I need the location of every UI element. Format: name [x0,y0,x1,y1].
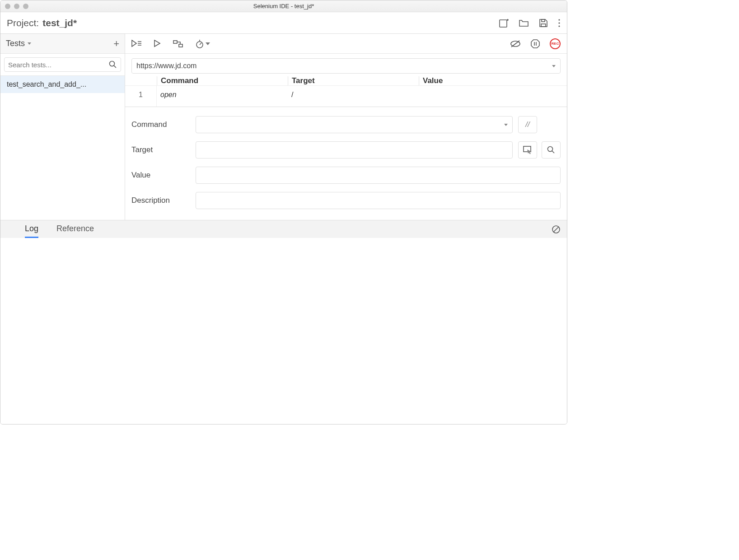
main-panel: REC Command Target Value 1open/2set wind… [125,34,567,220]
tests-dropdown[interactable]: Tests [6,39,31,48]
search-icon [109,61,117,69]
svg-line-29 [553,227,559,232]
svg-point-26 [548,147,553,152]
editor-description-input[interactable] [196,192,561,209]
chevron-down-icon[interactable] [504,124,508,126]
command-grid-body[interactable]: 1open/2set window size1280x7223mouse ove… [125,86,567,107]
svg-line-19 [200,43,201,45]
header-target: Target [288,76,419,85]
toggle-comment-button[interactable]: // [518,116,537,133]
tests-sidebar: Tests + test_search_and_add_... [0,34,125,220]
header-value: Value [419,76,567,85]
open-project-icon[interactable] [519,19,529,27]
row-command: open [157,91,288,99]
project-bar: Project: test_jd* [0,12,567,34]
clear-log-icon[interactable] [552,225,561,234]
project-label: Project: [7,18,39,28]
header-command: Command [157,76,288,85]
project-name: test_jd* [42,18,77,28]
run-all-icon[interactable] [131,40,142,48]
pause-on-exceptions-icon[interactable] [531,39,540,48]
command-grid-header: Command Target Value [125,76,567,86]
base-url-box[interactable] [131,58,561,74]
base-url-input[interactable] [136,62,548,70]
chevron-down-icon[interactable] [552,65,556,67]
command-row[interactable]: 1open/ [125,86,567,104]
titlebar: Selenium IDE - test_jd* [0,0,567,12]
editor-value-input[interactable] [196,167,561,184]
svg-point-5 [558,19,560,20]
search-tests-box[interactable] [4,57,121,72]
record-button[interactable]: REC [550,38,561,49]
find-target-icon[interactable] [542,141,561,159]
row-number: 1 [125,86,157,104]
editor-command-input[interactable] [196,116,513,133]
editor-value-label: Value [131,171,190,180]
svg-rect-0 [500,20,507,27]
run-toolbar: REC [125,34,567,54]
chevron-down-icon [206,42,210,45]
sidebar-heading: Tests [6,39,25,48]
run-current-icon[interactable] [154,40,161,48]
editor-target-label: Target [131,145,190,154]
record-label: REC [552,42,559,46]
more-menu-icon[interactable] [558,19,561,28]
new-project-icon[interactable] [499,19,509,28]
test-list-item[interactable]: test_search_and_add_... [0,76,125,93]
speed-icon[interactable] [196,39,210,48]
editor-target-input[interactable] [196,141,513,159]
add-test-button[interactable]: + [113,38,119,50]
footer-tab-log[interactable]: Log [25,220,38,238]
footer-tab-reference[interactable]: Reference [56,220,94,238]
window-title: Selenium IDE - test_jd* [0,3,567,9]
svg-rect-4 [542,19,545,22]
editor-command-label: Command [131,120,190,129]
svg-rect-16 [179,44,182,47]
select-target-icon[interactable] [518,141,537,159]
svg-point-8 [110,61,115,66]
row-target: / [288,91,419,99]
svg-point-6 [558,22,560,23]
save-project-icon[interactable] [539,19,548,28]
editor-description-label: Description [131,196,190,205]
app-window: Selenium IDE - test_jd* Project: test_jd… [0,0,567,425]
svg-marker-14 [154,40,160,47]
svg-line-9 [114,65,116,68]
chevron-down-icon [28,42,31,45]
footer-tabs: LogReference [0,220,567,238]
log-panel [0,238,567,424]
search-input[interactable] [8,61,106,69]
svg-rect-15 [173,41,177,43]
disable-breakpoints-icon[interactable] [510,39,521,48]
svg-marker-22 [531,40,539,48]
svg-point-7 [558,25,560,27]
svg-line-27 [552,151,554,153]
step-icon[interactable] [173,40,184,48]
svg-rect-3 [541,24,546,27]
svg-marker-10 [132,40,136,47]
command-editor: Command // Target Value [125,107,567,220]
